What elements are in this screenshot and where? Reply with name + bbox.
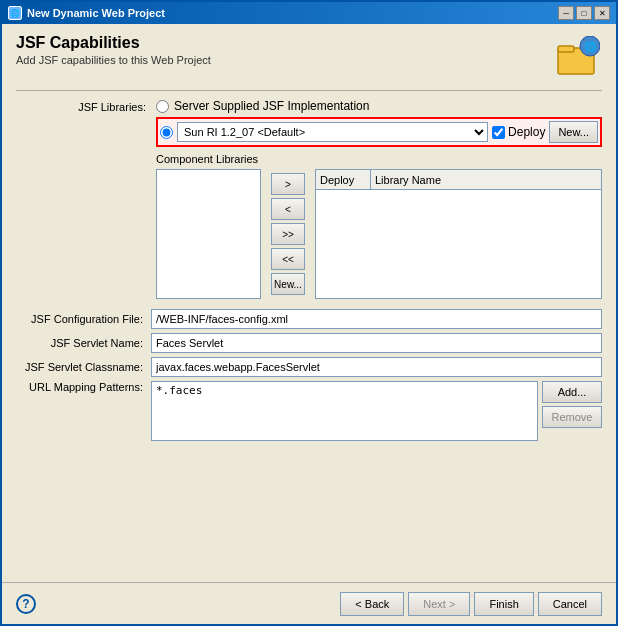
back-button[interactable]: < Back — [340, 592, 404, 616]
header-folder-icon: 🌐 — [554, 34, 602, 82]
libs-left-panel — [156, 169, 261, 299]
page-header: JSF Capabilities Add JSF capabilities to… — [16, 34, 602, 91]
component-libraries-container: > < >> << New... Deploy Library Name — [156, 169, 602, 299]
config-file-input[interactable]: /WEB-INF/faces-config.xml — [151, 309, 602, 329]
url-patterns-label: URL Mapping Patterns: — [16, 381, 151, 393]
deploy-col-header: Deploy — [316, 170, 371, 189]
finish-button[interactable]: Finish — [474, 592, 533, 616]
page-subtitle: Add JSF capabilities to this Web Project — [16, 54, 211, 66]
navigation-buttons: < Back Next > Finish Cancel — [340, 592, 602, 616]
deploy-checkbox-row: Deploy — [492, 125, 545, 139]
servlet-name-input[interactable]: Faces Servlet — [151, 333, 602, 353]
add-url-button[interactable]: Add... — [542, 381, 602, 403]
move-all-left-button[interactable]: << — [271, 248, 305, 270]
servlet-class-label: JSF Servlet Classname: — [16, 361, 151, 373]
content-area: JSF Capabilities Add JSF capabilities to… — [2, 24, 616, 574]
library-radio[interactable] — [160, 126, 173, 139]
server-radio[interactable] — [156, 100, 169, 113]
page-header-text: JSF Capabilities Add JSF capabilities to… — [16, 34, 211, 66]
url-mapping-buttons: Add... Remove — [542, 381, 602, 441]
libs-right-header: Deploy Library Name — [316, 170, 601, 190]
url-mapping-content: *.faces Add... Remove — [151, 381, 602, 441]
deploy-label: Deploy — [508, 125, 545, 139]
jsf-libraries-section: JSF Libraries: Server Supplied JSF Imple… — [16, 99, 602, 147]
config-file-label: JSF Configuration File: — [16, 313, 151, 325]
servlet-class-row: JSF Servlet Classname: javax.faces.webap… — [16, 357, 602, 377]
main-window: 🌐 New Dynamic Web Project ─ □ ✕ JSF Capa… — [0, 0, 618, 626]
bottom-bar: ? < Back Next > Finish Cancel — [2, 582, 616, 624]
servlet-name-label: JSF Servlet Name: — [16, 337, 151, 349]
move-left-button[interactable]: < — [271, 198, 305, 220]
help-button[interactable]: ? — [16, 594, 36, 614]
libs-new-button[interactable]: New... — [271, 273, 305, 295]
main-form: JSF Libraries: Server Supplied JSF Imple… — [16, 99, 602, 574]
libs-right-panel: Deploy Library Name — [315, 169, 602, 299]
jsf-libraries-controls: Server Supplied JSF Implementation Sun R… — [156, 99, 602, 147]
cancel-button[interactable]: Cancel — [538, 592, 602, 616]
servlet-name-row: JSF Servlet Name: Faces Servlet — [16, 333, 602, 353]
title-bar: 🌐 New Dynamic Web Project ─ □ ✕ — [2, 2, 616, 24]
library-dropdown-row: Sun RI 1.2_07 <Default> Deploy New... — [156, 117, 602, 147]
next-button[interactable]: Next > — [408, 592, 470, 616]
servlet-class-input[interactable]: javax.faces.webapp.FacesServlet — [151, 357, 602, 377]
url-patterns-textarea[interactable]: *.faces — [151, 381, 538, 441]
page-title: JSF Capabilities — [16, 34, 211, 52]
maximize-button[interactable]: □ — [576, 6, 592, 20]
svg-text:🌐: 🌐 — [584, 40, 597, 53]
library-name-col-header: Library Name — [371, 170, 601, 189]
close-button[interactable]: ✕ — [594, 6, 610, 20]
url-mapping-row: URL Mapping Patterns: *.faces Add... Rem… — [16, 381, 602, 441]
libs-transfer-buttons: > < >> << New... — [269, 169, 307, 299]
title-bar-left: 🌐 New Dynamic Web Project — [8, 6, 165, 20]
server-radio-row: Server Supplied JSF Implementation — [156, 99, 602, 113]
svg-rect-1 — [558, 46, 574, 52]
move-all-right-button[interactable]: >> — [271, 223, 305, 245]
server-radio-label: Server Supplied JSF Implementation — [174, 99, 369, 113]
title-bar-controls: ─ □ ✕ — [558, 6, 610, 20]
deploy-checkbox[interactable] — [492, 126, 505, 139]
component-libraries-section: Component Libraries > < >> << New... — [16, 153, 602, 299]
jsf-library-select[interactable]: Sun RI 1.2_07 <Default> — [177, 122, 488, 142]
config-file-row: JSF Configuration File: /WEB-INF/faces-c… — [16, 309, 602, 329]
form-fields: JSF Configuration File: /WEB-INF/faces-c… — [16, 309, 602, 445]
minimize-button[interactable]: ─ — [558, 6, 574, 20]
new-library-button[interactable]: New... — [549, 121, 598, 143]
window-icon: 🌐 — [8, 6, 22, 20]
libs-left-container — [156, 169, 261, 299]
jsf-libraries-label: JSF Libraries: — [16, 99, 146, 113]
component-libraries-label: Component Libraries — [156, 153, 602, 165]
move-right-button[interactable]: > — [271, 173, 305, 195]
window-title: New Dynamic Web Project — [27, 7, 165, 19]
remove-url-button[interactable]: Remove — [542, 406, 602, 428]
